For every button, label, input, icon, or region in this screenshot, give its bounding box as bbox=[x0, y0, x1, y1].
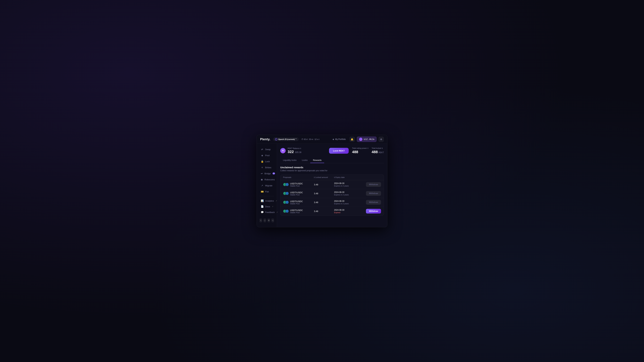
total-locked-amount-row: 488 REKT bbox=[372, 150, 384, 154]
proposal-info-1: USDT/USDC Stable Pool bbox=[290, 182, 303, 187]
balance-usd: $35.38 bbox=[295, 151, 301, 153]
amount-cell-4: 3.48 bbox=[314, 210, 334, 213]
header-expiry-icon: ℹ bbox=[334, 176, 335, 178]
sidebar-item-migrate[interactable]: ↗ Migrate bbox=[258, 183, 276, 188]
sidebar-label-bribes: Bribes bbox=[265, 166, 271, 169]
sidebar-item-bribes[interactable]: ≡ Bribes bbox=[258, 165, 276, 170]
action-cell-1: Withdraw bbox=[361, 182, 381, 187]
proposal-info-3: USDT/USDC Stable Pool bbox=[290, 200, 303, 205]
header-action bbox=[361, 176, 381, 178]
wallet-button[interactable]: tz1Z...ML2a bbox=[357, 137, 376, 142]
feedback-icon: 💬 bbox=[261, 211, 264, 214]
proposal-info-2: USDT/USDC Stable Pool bbox=[290, 191, 303, 196]
balance-label-text: REKT Balance bbox=[288, 147, 300, 149]
lock-rekt-button[interactable]: Lock REKT bbox=[329, 148, 349, 154]
epoch-number: 23 bbox=[284, 138, 286, 140]
sidebar-divider bbox=[260, 196, 274, 196]
sidebar-label-bridge: Bridge bbox=[264, 172, 271, 175]
proposal-name-4: USDT/USDC bbox=[290, 209, 303, 212]
wallet-address: tz1Z...ML2a bbox=[364, 138, 374, 140]
proposal-name-3: USDT/USDC bbox=[290, 200, 303, 203]
token-icons-3 bbox=[283, 201, 289, 204]
sidebar-item-bridge[interactable]: ⇌ Bridge 4 bbox=[258, 171, 276, 176]
my-portfolio-button[interactable]: ◈ My Portfolio bbox=[331, 137, 347, 141]
app-body: ⇄ Swap ◈ Pool 🔒 Lock ≡ Bribes ⇌ Bridge 4 bbox=[257, 144, 387, 227]
expiry-cell-2: 2024-08-30 Expires in 2 years bbox=[334, 191, 361, 196]
withdraw-button-3[interactable]: Withdraw bbox=[366, 200, 381, 205]
header-expiry-date: ℹ Expiry date bbox=[334, 176, 361, 178]
total-locked-value: 488 bbox=[372, 150, 378, 154]
portfolio-label: My Portfolio bbox=[335, 138, 346, 140]
notification-button[interactable]: 🔔 bbox=[350, 137, 355, 142]
header-right: ◈ My Portfolio 🔔 tz1Z...ML2a ⚙ bbox=[331, 137, 384, 142]
app-window: Plenty. Epoch 23 (current) ⌃ ⏱ 02 d : 33… bbox=[256, 135, 388, 227]
tab-rewards[interactable]: Rewards bbox=[310, 158, 324, 163]
github-icon[interactable]: ⌥ bbox=[271, 218, 274, 222]
rewards-section: Unclaimed rewards Collect rewards for ap… bbox=[280, 166, 384, 216]
voting-power-info-icon: ℹ bbox=[368, 147, 368, 149]
rekt-balance-card: R REKT Balance ℹ 322 $35.38 bbox=[280, 147, 326, 154]
tab-liquidity-locks[interactable]: Liquidity locks bbox=[280, 158, 299, 163]
total-locked-card: Total locked ℹ 488 REKT bbox=[372, 147, 384, 154]
wallet-avatar bbox=[359, 138, 362, 141]
timer-info-icon: ℹ bbox=[319, 138, 319, 140]
bribes-icon: ≡ bbox=[261, 166, 264, 169]
rewards-table: Proposals ℹ Locked amount ℹ Expiry date bbox=[280, 174, 384, 216]
main-content: R REKT Balance ℹ 322 $35.38 Lock REKT bbox=[277, 144, 387, 227]
expiry-sub-4: Expired bbox=[334, 212, 361, 214]
main-tabs: Liquidity locks Locks Rewards bbox=[280, 158, 384, 163]
sidebar-item-robocoins[interactable]: ◉ Robocoins bbox=[258, 177, 276, 182]
sidebar-label-migrate: Migrate bbox=[265, 184, 272, 187]
lock-icon: 🔒 bbox=[261, 160, 264, 163]
sidebar-item-swap[interactable]: ⇄ Swap bbox=[258, 146, 276, 152]
sidebar-label-docs: Docs bbox=[265, 205, 270, 208]
sidebar-item-fiat[interactable]: 💳 Fiat bbox=[258, 189, 276, 194]
total-locked-label-text: Total locked bbox=[372, 147, 381, 149]
discord-icon[interactable]: ⬡ bbox=[264, 218, 266, 222]
token-icons-4 bbox=[283, 210, 289, 213]
proposal-type-1: Stable Pool bbox=[290, 185, 303, 187]
proposal-cell-1: USDT/USDC Stable Pool bbox=[283, 182, 314, 187]
sidebar-item-docs[interactable]: 📄 Docs ↗ bbox=[258, 204, 276, 209]
sidebar-item-analytics[interactable]: 📊 Analytics ↗ bbox=[258, 198, 276, 204]
expiry-date-2: 2024-08-30 bbox=[334, 191, 361, 193]
app-header: Plenty. Epoch 23 (current) ⌃ ⏱ 02 d : 33… bbox=[257, 135, 387, 144]
balance-info-icon: ℹ bbox=[300, 147, 301, 149]
header-expiry-label: Expiry date bbox=[336, 176, 345, 178]
table-row: USDT/USDC Stable Pool 3.48 2024-08-30 Ex… bbox=[280, 207, 384, 216]
voting-power-value: 488 bbox=[352, 150, 368, 154]
proposal-cell-3: USDT/USDC Stable Pool bbox=[283, 200, 314, 205]
medium-icon[interactable]: M bbox=[268, 218, 270, 222]
sidebar-label-pool: Pool bbox=[265, 154, 270, 157]
table-row: USDT/USDC Stable Pool 3.48 2024-08-30 Ex… bbox=[280, 189, 384, 198]
docs-icon: 📄 bbox=[261, 205, 264, 208]
fiat-icon: 💳 bbox=[261, 190, 264, 193]
sidebar-label-lock: Lock bbox=[265, 160, 270, 163]
amount-cell-3: 3.48 bbox=[314, 201, 334, 204]
amount-cell-1: 3.48 bbox=[314, 183, 334, 186]
expiry-sub-2: Expires in 2 years bbox=[334, 194, 361, 196]
withdraw-button-2[interactable]: Withdraw bbox=[366, 191, 381, 196]
sidebar-item-feedback[interactable]: 💬 Feedback ↗ bbox=[258, 209, 276, 215]
expiry-cell-1: 2024-08-30 Expires in 2 years bbox=[334, 182, 361, 187]
robocoins-icon: ◉ bbox=[261, 178, 263, 181]
action-cell-3: Withdraw bbox=[361, 200, 381, 205]
balance-info: REKT Balance ℹ 322 $35.38 bbox=[288, 147, 301, 154]
epoch-current-tag: (current) bbox=[287, 138, 295, 140]
settings-button[interactable]: ⚙ bbox=[378, 137, 384, 142]
sidebar-item-lock[interactable]: 🔒 Lock bbox=[258, 159, 276, 164]
rewards-title: Unclaimed rewards bbox=[280, 166, 384, 169]
sidebar-item-pool[interactable]: ◈ Pool bbox=[258, 152, 276, 158]
proposal-info-4: USDT/USDC Stable Pool bbox=[290, 209, 303, 214]
tab-locks[interactable]: Locks bbox=[299, 158, 310, 163]
twitter-icon[interactable]: 𝕏 bbox=[260, 218, 262, 222]
withdraw-button-1[interactable]: Withdraw bbox=[366, 182, 381, 187]
proposal-cell-2: USDT/USDC Stable Pool bbox=[283, 191, 314, 196]
proposal-type-3: Stable Pool bbox=[290, 203, 303, 205]
table-header: Proposals ℹ Locked amount ℹ Expiry date bbox=[280, 175, 384, 180]
epoch-info: Epoch 23 (current) ⌃ bbox=[273, 137, 299, 141]
bridge-badge: 4 bbox=[272, 172, 275, 174]
balance-amount-row: 322 $35.38 bbox=[288, 150, 301, 154]
epoch-arrow: ⌃ bbox=[295, 138, 297, 140]
withdraw-button-4[interactable]: Withdraw bbox=[366, 209, 381, 214]
